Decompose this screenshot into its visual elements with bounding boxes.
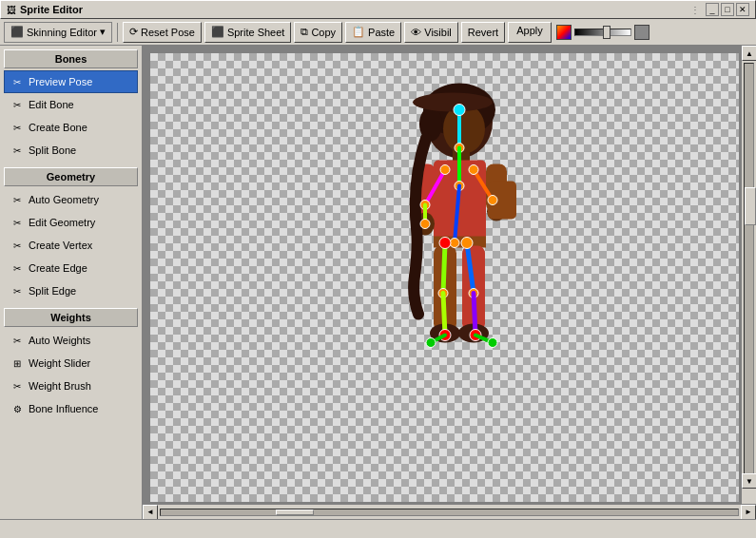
auto-geometry-button[interactable]: ✂ Auto Geometry: [4, 188, 138, 211]
copy-button[interactable]: ⧉ Copy: [294, 22, 342, 43]
visibility-label: Visibil: [424, 27, 452, 38]
auto-weights-icon: ✂: [10, 334, 24, 347]
sprite-container: [312, 58, 578, 498]
auto-weights-label: Auto Weights: [29, 335, 90, 346]
weight-slider-icon: ⊞: [10, 356, 24, 370]
svg-point-31: [488, 196, 497, 205]
scroll-right-button[interactable]: ►: [741, 505, 756, 520]
color-controls: [556, 25, 649, 40]
svg-point-33: [439, 238, 451, 249]
preview-pose-icon: ✂: [10, 75, 24, 88]
svg-line-32: [443, 243, 445, 294]
dropdown-arrow: ▾: [100, 26, 106, 38]
svg-line-40: [474, 294, 475, 336]
paste-icon: 📋: [352, 26, 365, 38]
vertical-scrollbar[interactable]: ▲ ▼: [741, 46, 756, 504]
visibility-button[interactable]: 👁 Visibil: [404, 22, 458, 43]
svg-point-30: [469, 165, 478, 175]
apply-button[interactable]: Apply: [508, 22, 552, 43]
weight-brush-icon: ✂: [10, 379, 24, 393]
eye-icon: 👁: [411, 27, 421, 38]
split-bone-label: Split Bone: [29, 144, 76, 156]
opacity-slider[interactable]: [574, 29, 631, 36]
create-vertex-label: Create Vertex: [29, 240, 92, 251]
separator-1: [117, 23, 118, 42]
bone-influence-label: Bone Influence: [29, 403, 98, 414]
maximize-button[interactable]: □: [721, 3, 734, 16]
weight-brush-label: Weight Brush: [29, 380, 91, 392]
copy-icon: ⧉: [300, 26, 308, 38]
sprite-sheet-icon: ⬛: [211, 26, 224, 38]
close-button[interactable]: ✕: [736, 3, 749, 16]
h-scroll-track: [160, 509, 739, 516]
create-bone-label: Create Bone: [29, 122, 87, 133]
v-scroll-track: [744, 63, 754, 475]
title-bar: 🖼 Sprite Editor ⋮ _ □ ✕: [0, 0, 756, 19]
auto-geometry-icon: ✂: [10, 193, 24, 206]
svg-point-18: [454, 105, 465, 116]
geometry-header: Geometry: [4, 167, 138, 186]
create-vertex-icon: ✂: [10, 239, 24, 252]
v-scroll-thumb[interactable]: [745, 187, 756, 225]
weights-section: Weights ✂ Auto Weights ⊞ Weight Slider ✂…: [4, 308, 138, 420]
scroll-down-button[interactable]: ▼: [742, 473, 756, 489]
bones-header: Bones: [4, 49, 138, 68]
reset-pose-label: Reset Pose: [141, 27, 195, 38]
create-vertex-button[interactable]: ✂ Create Vertex: [4, 234, 138, 257]
scroll-left-button[interactable]: ◄: [143, 505, 158, 520]
svg-point-28: [420, 220, 430, 229]
paste-label: Paste: [368, 27, 395, 38]
grip-dots: ⋮: [690, 5, 700, 15]
skinning-editor-dropdown[interactable]: ⬛ Skinning Editor ▾: [4, 22, 112, 43]
edit-geometry-button[interactable]: ✂ Edit Geometry: [4, 211, 138, 234]
scroll-up-button[interactable]: ▲: [742, 46, 756, 61]
canvas-inner: [150, 53, 739, 502]
edit-bone-button[interactable]: ✂ Edit Bone: [4, 93, 138, 116]
weight-slider-button[interactable]: ⊞ Weight Slider: [4, 352, 138, 375]
left-panel: Bones ✂ Preview Pose ✂ Edit Bone ✂ Creat…: [0, 46, 143, 519]
revert-button[interactable]: Revert: [461, 22, 505, 43]
copy-label: Copy: [311, 27, 336, 38]
horizontal-scrollbar[interactable]: ◄ ►: [143, 504, 756, 519]
sprite-sheet-label: Sprite Sheet: [227, 27, 285, 38]
window-title: Sprite Editor: [20, 4, 83, 15]
weights-header: Weights: [4, 308, 138, 327]
sprite-sheet-button[interactable]: ⬛ Sprite Sheet: [204, 22, 292, 43]
create-bone-button[interactable]: ✂ Create Bone: [4, 116, 138, 139]
edit-bone-icon: ✂: [10, 98, 24, 111]
minimize-button[interactable]: _: [706, 3, 719, 16]
weight-slider-label: Weight Slider: [29, 357, 90, 369]
bone-influence-icon: ⚙: [10, 402, 24, 415]
sprite-svg: [312, 58, 578, 495]
svg-point-25: [440, 165, 450, 175]
svg-point-43: [488, 338, 497, 348]
canvas-area[interactable]: ▲ ▼ ◄ ►: [143, 46, 756, 519]
revert-label: Revert: [468, 27, 498, 38]
h-scroll-thumb[interactable]: [276, 509, 314, 515]
reset-pose-button[interactable]: ⟳ Reset Pose: [123, 22, 202, 43]
bones-section: Bones ✂ Preview Pose ✂ Edit Bone ✂ Creat…: [4, 49, 138, 162]
skinning-editor-label: Skinning Editor: [27, 27, 97, 38]
preview-pose-label: Preview Pose: [29, 76, 92, 87]
color-swatch[interactable]: [556, 25, 572, 40]
auto-geometry-label: Auto Geometry: [29, 194, 99, 205]
create-edge-button[interactable]: ✂ Create Edge: [4, 257, 138, 279]
split-edge-icon: ✂: [10, 284, 24, 298]
create-bone-icon: ✂: [10, 121, 24, 134]
status-bar: [0, 519, 756, 538]
weight-brush-button[interactable]: ✂ Weight Brush: [4, 375, 138, 397]
viewport[interactable]: [150, 53, 739, 502]
paste-button[interactable]: 📋 Paste: [345, 22, 401, 43]
edit-bone-label: Edit Bone: [29, 99, 74, 110]
auto-weights-button[interactable]: ✂ Auto Weights: [4, 329, 138, 352]
split-edge-button[interactable]: ✂ Split Edge: [4, 279, 138, 302]
split-bone-button[interactable]: ✂ Split Bone: [4, 139, 138, 162]
geometry-section: Geometry ✂ Auto Geometry ✂ Edit Geometry…: [4, 167, 138, 302]
color-swatch-2[interactable]: [634, 25, 649, 40]
create-edge-icon: ✂: [10, 261, 24, 275]
slider-thumb[interactable]: [603, 26, 611, 39]
preview-pose-button[interactable]: ✂ Preview Pose: [4, 70, 138, 93]
create-edge-label: Create Edge: [29, 262, 87, 274]
bone-influence-button[interactable]: ⚙ Bone Influence: [4, 397, 138, 420]
split-bone-icon: ✂: [10, 144, 24, 157]
